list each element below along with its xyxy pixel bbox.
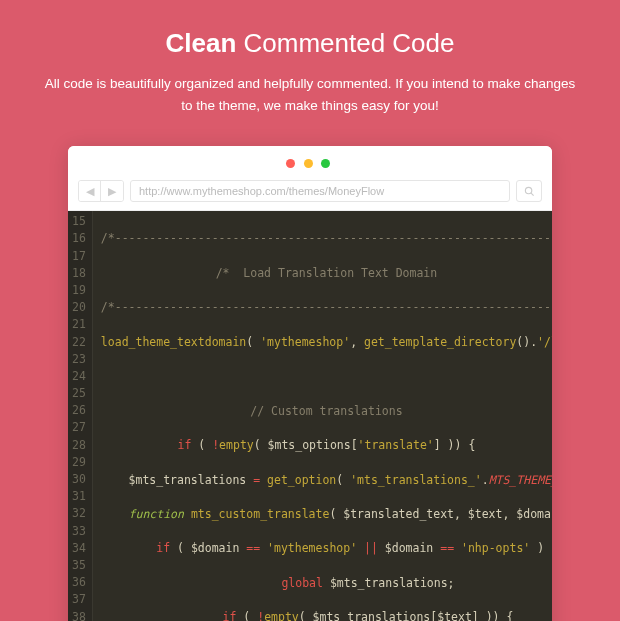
line-number: 23 — [72, 351, 86, 368]
close-dot[interactable] — [286, 159, 295, 168]
hero-subtitle: All code is beautifully organized and he… — [30, 73, 590, 146]
line-number: 30 — [72, 471, 86, 488]
url-text: http://www.mythemeshop.com/themes/MoneyF… — [139, 185, 384, 197]
url-bar: ◀ ▶ http://www.mythemeshop.com/themes/Mo… — [68, 176, 552, 210]
window-controls — [68, 146, 552, 176]
url-input[interactable]: http://www.mythemeshop.com/themes/MoneyF… — [130, 180, 510, 202]
line-number: 33 — [72, 523, 86, 540]
line-number: 15 — [72, 213, 86, 230]
hero-section: Clean Commented Code All code is beautif… — [0, 0, 620, 621]
line-number: 25 — [72, 385, 86, 402]
line-number: 38 — [72, 609, 86, 622]
hero-title: Clean Commented Code — [30, 28, 590, 59]
line-number: 27 — [72, 419, 86, 436]
back-button[interactable]: ◀ — [79, 181, 101, 201]
line-number: 29 — [72, 454, 86, 471]
line-number: 28 — [72, 437, 86, 454]
code-editor: 1516171819202122232425262728293031323334… — [68, 211, 552, 621]
maximize-dot[interactable] — [321, 159, 330, 168]
hero-title-rest: Commented Code — [236, 28, 454, 58]
line-number: 36 — [72, 574, 86, 591]
browser-chrome: ◀ ▶ http://www.mythemeshop.com/themes/Mo… — [68, 146, 552, 211]
line-number: 34 — [72, 540, 86, 557]
search-icon — [524, 186, 535, 197]
line-number: 19 — [72, 282, 86, 299]
line-number: 17 — [72, 248, 86, 265]
line-number: 24 — [72, 368, 86, 385]
line-number: 20 — [72, 299, 86, 316]
browser-window: ◀ ▶ http://www.mythemeshop.com/themes/Mo… — [68, 146, 552, 621]
line-number: 35 — [72, 557, 86, 574]
line-number: 16 — [72, 230, 86, 247]
svg-point-0 — [525, 187, 531, 193]
line-gutter: 1516171819202122232425262728293031323334… — [68, 211, 93, 621]
svg-line-1 — [530, 193, 533, 196]
code-content: /*--------------------------------------… — [93, 211, 552, 621]
line-number: 31 — [72, 488, 86, 505]
nav-buttons: ◀ ▶ — [78, 180, 124, 202]
minimize-dot[interactable] — [304, 159, 313, 168]
hero-title-bold: Clean — [165, 28, 236, 58]
search-button[interactable] — [516, 180, 542, 202]
line-number: 21 — [72, 316, 86, 333]
line-number: 37 — [72, 591, 86, 608]
line-number: 18 — [72, 265, 86, 282]
line-number: 32 — [72, 505, 86, 522]
forward-button[interactable]: ▶ — [101, 181, 123, 201]
line-number: 26 — [72, 402, 86, 419]
line-number: 22 — [72, 334, 86, 351]
